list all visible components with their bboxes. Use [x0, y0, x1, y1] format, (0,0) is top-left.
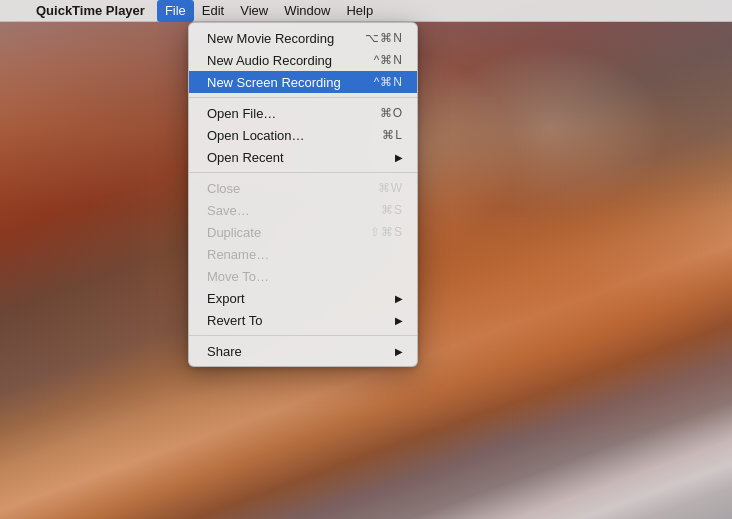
menu-item-new-audio-recording[interactable]: New Audio Recording ^⌘N — [189, 49, 417, 71]
revert-to-label: Revert To — [207, 313, 387, 328]
new-audio-recording-label: New Audio Recording — [207, 53, 354, 68]
menu-item-move-to[interactable]: Move To… — [189, 265, 417, 287]
open-location-shortcut: ⌘L — [382, 128, 403, 142]
menu-item-duplicate[interactable]: Duplicate ⇧⌘S — [189, 221, 417, 243]
separator-3 — [189, 335, 417, 336]
new-audio-recording-shortcut: ^⌘N — [374, 53, 403, 67]
menubar-help[interactable]: Help — [338, 0, 381, 22]
menu-item-open-file[interactable]: Open File… ⌘O — [189, 102, 417, 124]
apple-menu[interactable] — [8, 0, 28, 22]
app-name[interactable]: QuickTime Player — [28, 0, 153, 22]
export-label: Export — [207, 291, 387, 306]
menu-item-open-location[interactable]: Open Location… ⌘L — [189, 124, 417, 146]
new-screen-recording-label: New Screen Recording — [207, 75, 354, 90]
move-to-label: Move To… — [207, 269, 403, 284]
menu-item-share[interactable]: Share ▶ — [189, 340, 417, 362]
menu-item-open-recent[interactable]: Open Recent ▶ — [189, 146, 417, 168]
separator-1 — [189, 97, 417, 98]
close-shortcut: ⌘W — [378, 181, 403, 195]
new-screen-recording-shortcut: ^⌘N — [374, 75, 403, 89]
new-movie-recording-label: New Movie Recording — [207, 31, 345, 46]
menu-item-new-movie-recording[interactable]: New Movie Recording ⌥⌘N — [189, 27, 417, 49]
revert-to-arrow-icon: ▶ — [395, 315, 403, 326]
new-movie-recording-shortcut: ⌥⌘N — [365, 31, 403, 45]
menubar: QuickTime Player File Edit View Window H… — [0, 0, 732, 22]
menu-item-save[interactable]: Save… ⌘S — [189, 199, 417, 221]
close-label: Close — [207, 181, 358, 196]
export-arrow-icon: ▶ — [395, 293, 403, 304]
menubar-view[interactable]: View — [232, 0, 276, 22]
menubar-window[interactable]: Window — [276, 0, 338, 22]
open-location-label: Open Location… — [207, 128, 362, 143]
open-recent-arrow-icon: ▶ — [395, 152, 403, 163]
menu-item-rename[interactable]: Rename… — [189, 243, 417, 265]
share-label: Share — [207, 344, 387, 359]
file-dropdown-menu: New Movie Recording ⌥⌘N New Audio Record… — [188, 22, 418, 367]
menu-item-new-screen-recording[interactable]: New Screen Recording ^⌘N — [189, 71, 417, 93]
rename-label: Rename… — [207, 247, 403, 262]
menubar-file[interactable]: File — [157, 0, 194, 22]
menu-item-close[interactable]: Close ⌘W — [189, 177, 417, 199]
save-label: Save… — [207, 203, 361, 218]
share-arrow-icon: ▶ — [395, 346, 403, 357]
open-recent-label: Open Recent — [207, 150, 387, 165]
duplicate-shortcut: ⇧⌘S — [370, 225, 403, 239]
separator-2 — [189, 172, 417, 173]
open-file-label: Open File… — [207, 106, 360, 121]
duplicate-label: Duplicate — [207, 225, 350, 240]
menubar-edit[interactable]: Edit — [194, 0, 232, 22]
menu-item-export[interactable]: Export ▶ — [189, 287, 417, 309]
open-file-shortcut: ⌘O — [380, 106, 403, 120]
menu-item-revert-to[interactable]: Revert To ▶ — [189, 309, 417, 331]
save-shortcut: ⌘S — [381, 203, 403, 217]
